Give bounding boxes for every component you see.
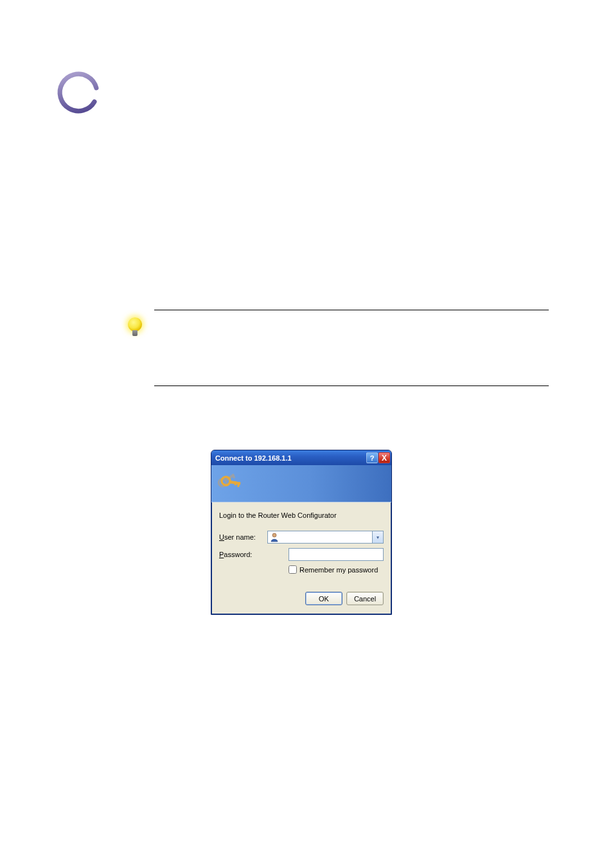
circle-logo [55,69,102,116]
titlebar[interactable]: Connect to 192.168.1.1 ? X [211,450,391,465]
user-icon [269,532,280,542]
username-dropdown[interactable]: ▾ [373,531,384,544]
dialog-title: Connect to 192.168.1.1 [215,454,366,462]
username-label: User name: [219,533,267,541]
ok-button[interactable]: OK [305,592,342,605]
close-button[interactable]: X [378,452,390,463]
password-label: Password: [219,551,289,558]
dialog-banner [211,465,391,502]
svg-point-8 [272,533,276,537]
svg-point-0 [55,69,102,116]
remember-checkbox[interactable] [289,565,297,574]
keys-icon [217,469,245,497]
horizontal-rule [154,310,549,310]
cancel-button[interactable]: Cancel [346,592,384,605]
help-button[interactable]: ? [366,452,378,463]
lightbulb-icon [126,317,144,341]
username-input[interactable] [267,531,373,544]
horizontal-rule [154,385,549,386]
password-input[interactable] [289,548,384,561]
login-prompt: Login to the Router Web Configurator [219,511,384,519]
remember-label: Remember my password [299,566,378,574]
auth-dialog: Connect to 192.168.1.1 ? X [211,450,392,615]
